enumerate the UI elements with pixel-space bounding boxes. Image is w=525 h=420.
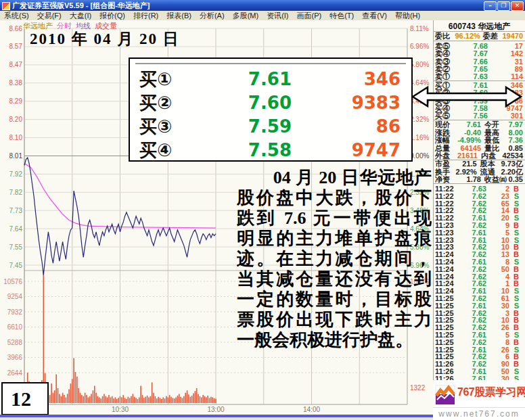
info-label: 涨幅 — [435, 137, 453, 144]
volume-tick-label: 6610 — [7, 323, 23, 331]
menu-item[interactable]: 资讯(I) — [262, 11, 292, 20]
watermark-site-name: 767股票学习网 — [457, 386, 525, 400]
callout-volume: 346 — [364, 67, 401, 91]
menu-item[interactable]: 排行(R) — [129, 11, 162, 20]
info-value: 1.78 — [453, 176, 481, 183]
page-number-box: 12 — [1, 382, 49, 415]
panel-divider — [434, 41, 525, 41]
callout-buy-label: 买③ — [139, 114, 172, 139]
time-axis-label: 14:00 — [303, 406, 320, 413]
menu-item[interactable]: 特色(T) — [325, 11, 358, 20]
time-axis-label: 10:30 — [112, 406, 129, 413]
info-value: 42534 — [502, 152, 523, 160]
ask-row[interactable]: 卖③7.6631 — [435, 58, 523, 66]
info-value: 21611 — [451, 152, 478, 160]
info-label: 最低 — [484, 137, 507, 144]
callout-price: 7.61 — [204, 67, 292, 91]
ask-level-label: 卖① — [435, 73, 458, 80]
link-arrow-icon — [409, 83, 525, 112]
ask-level-label: 卖④ — [435, 50, 458, 57]
volume-tick-label: 5288 — [7, 339, 23, 346]
menu-item[interactable]: 画面(P) — [293, 11, 326, 20]
weicha-label: 委差 — [483, 32, 503, 40]
info-value: 7.97 — [507, 121, 523, 129]
callout-price: 7.58 — [204, 138, 292, 162]
menu-item[interactable]: 报价(Q) — [95, 11, 129, 20]
annotation-line: 04 月 20 日华远地产 — [237, 168, 432, 188]
info-label: 收益㈣ — [484, 176, 507, 183]
info-value: 9.73亿 — [501, 160, 523, 168]
weibi-label: 委比 — [435, 32, 452, 40]
ask-price: 7.66 — [458, 58, 488, 66]
annotation-line: 跌到 7.6 元一带便出现 — [237, 208, 432, 229]
stock-header[interactable]: 600743 华远地产 — [434, 22, 525, 31]
time-axis-label: 13:00 — [207, 406, 224, 413]
ask-volume: 142 — [488, 50, 523, 57]
weicha-value: 19470 — [502, 32, 523, 40]
callout-row: 买④7.589747 — [139, 138, 401, 162]
menu-bar: 系统(S)交易(F)大盘(I)报价(Q)排行(R)报表(B)分析(A)多股(M)… — [0, 11, 525, 21]
info-row: 总量64145量比0.85 — [435, 145, 523, 152]
ask-volume: 114 — [488, 73, 523, 80]
menu-item[interactable]: 查看(V) — [358, 11, 391, 20]
menu-item[interactable]: 多股(M) — [229, 11, 263, 20]
close-button[interactable]: ✕ — [511, 1, 524, 11]
menu-item[interactable]: 交易(F) — [33, 11, 66, 20]
ask-price: 7.67 — [458, 50, 488, 57]
info-value: -4.99% — [453, 137, 481, 144]
callout-volume: 9383 — [352, 91, 401, 115]
price-tick-label: 7.64 — [9, 225, 23, 233]
annotation-line: 一般会积极进行护盘。 — [237, 330, 432, 350]
info-label: 换手 — [435, 168, 451, 176]
weibi-row: 委比96.12%委差19470 — [435, 32, 523, 40]
price-tick-label: 7.82 — [9, 189, 23, 196]
info-row: 涨跌-0.40最高8.00 — [435, 129, 523, 137]
callout-row: 买①7.61346 — [139, 67, 401, 91]
price-tick-label: 8.38 — [9, 79, 23, 87]
callout-volume: 86 — [376, 114, 401, 139]
panel-divider — [434, 183, 525, 184]
bid-row[interactable]: 买⑤7.56301 — [435, 112, 523, 120]
info-label: 量比 — [484, 145, 507, 152]
volume-tick-label-right: 1322 — [410, 384, 426, 392]
info-value: 0.35 — [507, 176, 523, 183]
ask-level-label: 卖③ — [435, 58, 458, 66]
restore-button[interactable]: ❐ — [497, 1, 510, 11]
menu-item[interactable]: 系统(S) — [0, 11, 33, 20]
annotation-line: 股价盘中大跌，股价下 — [237, 188, 432, 208]
callout-price: 7.59 — [204, 114, 292, 139]
bid-price: 7.56 — [458, 112, 488, 120]
callout-buy-label: 买① — [139, 67, 172, 91]
info-row: 涨幅-4.99%最低7.36 — [435, 137, 523, 144]
info-label: 内盘 — [481, 152, 502, 160]
price-tick-label: 7.92 — [9, 170, 23, 178]
window-title: 广发证券至强版V5.59 - [组合图-华远地产] — [12, 0, 150, 11]
volume-tick-label: 7932 — [7, 308, 23, 316]
menu-item[interactable]: 大盘(I) — [66, 11, 95, 20]
info-value: -0.40 — [453, 129, 481, 137]
ask-price: 7.63 — [458, 73, 488, 80]
info-row: 净资1.78收益㈣0.35 — [435, 176, 523, 183]
info-value: 0.85 — [507, 145, 523, 152]
price-tick-label: 8.47 — [9, 61, 23, 68]
ask-row[interactable]: 卖④7.67142 — [435, 50, 523, 57]
info-value: 64145 — [453, 145, 481, 152]
menu-item[interactable]: 分析(A) — [196, 11, 229, 20]
info-value: 7.61 — [453, 121, 481, 129]
weibi-value: 96.12% — [452, 32, 480, 40]
annotation-line: 当其减仓量还没有达到 — [237, 269, 432, 289]
price-tick-label: 8.10 — [9, 134, 23, 141]
info-row: 现价7.61今开7.97 — [435, 121, 523, 129]
callout-buy-label: 买② — [139, 91, 172, 115]
info-label: 涨跌 — [435, 129, 453, 137]
title-bar[interactable]: 广发证券至强版V5.59 - [组合图-华远地产] – ❐ ✕ — [0, 0, 525, 11]
menu-item[interactable]: 帮助(H) — [391, 11, 424, 20]
ask-row[interactable]: 卖①7.63114 — [435, 73, 523, 80]
price-tick-label: 8.66 — [9, 25, 23, 32]
volume-tick-label: 3966 — [7, 354, 23, 361]
info-value: 8.00 — [507, 129, 523, 137]
volume-tick-label: 2644 — [7, 369, 23, 377]
menu-item[interactable]: 报表(B) — [162, 11, 196, 20]
callout-price: 7.60 — [204, 91, 292, 115]
minimize-button[interactable]: – — [484, 1, 497, 11]
